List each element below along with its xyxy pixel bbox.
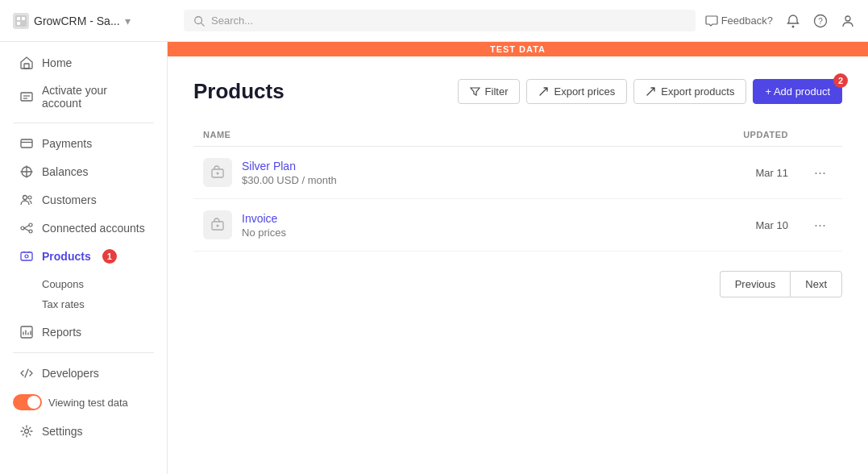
filter-button[interactable]: Filter bbox=[458, 79, 521, 104]
sidebar-item-customers-label: Customers bbox=[42, 193, 97, 206]
sidebar-item-customers[interactable]: Customers bbox=[6, 186, 160, 214]
settings-icon bbox=[19, 424, 34, 439]
table-row: Silver Plan $30.00 USD / month Mar 11 ··… bbox=[193, 147, 842, 199]
page-title: Products bbox=[193, 79, 284, 104]
sidebar-divider-1 bbox=[13, 123, 154, 123]
svg-point-19 bbox=[21, 227, 24, 230]
svg-rect-11 bbox=[21, 93, 32, 101]
sidebar-item-products[interactable]: Products 1 bbox=[6, 243, 160, 270]
sidebar-item-payments[interactable]: Payments bbox=[6, 130, 160, 157]
product-cell: Invoice No prices bbox=[193, 199, 619, 252]
product-cell: Silver Plan $30.00 USD / month bbox=[193, 147, 619, 199]
svg-line-22 bbox=[24, 226, 29, 229]
sidebar-item-balances[interactable]: Balances bbox=[6, 158, 160, 185]
product-actions: ··· bbox=[798, 199, 842, 252]
sidebar-divider-2 bbox=[13, 352, 154, 353]
add-product-badge: 2 bbox=[833, 73, 848, 88]
topbar-actions: Feedback? ? bbox=[705, 14, 855, 28]
svg-rect-3 bbox=[17, 22, 20, 25]
sidebar-item-connected-label: Connected accounts bbox=[42, 222, 145, 235]
app-name: GrowCRM - Sa... bbox=[34, 15, 120, 27]
svg-point-17 bbox=[23, 196, 27, 200]
svg-rect-1 bbox=[17, 17, 20, 20]
svg-point-9 bbox=[845, 16, 850, 21]
previous-button[interactable]: Previous bbox=[720, 271, 791, 297]
feedback-link[interactable]: Feedback? bbox=[705, 15, 773, 27]
layout: Home Activate your account Payments Bala… bbox=[0, 42, 868, 474]
sidebar-item-developers-label: Developers bbox=[42, 367, 99, 380]
page-header: Products Filter Export prices Export pro… bbox=[193, 79, 842, 104]
user-icon[interactable] bbox=[841, 14, 855, 28]
sidebar-item-activate-label: Activate your account bbox=[42, 84, 147, 110]
export-products-button[interactable]: Export products bbox=[633, 79, 746, 104]
table-row: Invoice No prices Mar 10 ··· bbox=[193, 199, 842, 252]
activate-icon bbox=[19, 89, 34, 104]
content-area: Products Filter Export prices Export pro… bbox=[168, 56, 868, 474]
product-row: Invoice No prices bbox=[203, 210, 609, 239]
svg-point-34 bbox=[217, 173, 219, 175]
sidebar-item-settings-label: Settings bbox=[42, 425, 83, 438]
topbar: GrowCRM - Sa... ▾ Search... Feedback? ? bbox=[0, 0, 868, 42]
toggle-knob bbox=[27, 396, 40, 409]
product-updated: Mar 11 bbox=[619, 147, 798, 199]
svg-line-31 bbox=[25, 369, 28, 377]
sidebar-item-home-label: Home bbox=[42, 56, 72, 69]
product-updated: Mar 10 bbox=[619, 199, 798, 252]
svg-line-5 bbox=[201, 23, 205, 26]
next-button[interactable]: Next bbox=[790, 271, 842, 297]
search-bar[interactable]: Search... bbox=[184, 10, 696, 31]
sidebar-item-developers[interactable]: Developers bbox=[6, 360, 160, 387]
test-data-toggle[interactable] bbox=[13, 394, 42, 410]
sidebar-item-reports[interactable]: Reports bbox=[6, 318, 160, 346]
add-product-button[interactable]: + Add product 2 bbox=[753, 79, 842, 104]
product-more-button[interactable]: ··· bbox=[808, 214, 833, 237]
product-price: No prices bbox=[242, 227, 286, 239]
viewing-test-label: Viewing test data bbox=[48, 397, 128, 409]
svg-point-32 bbox=[25, 430, 29, 434]
svg-line-23 bbox=[24, 228, 29, 231]
search-icon bbox=[193, 15, 205, 27]
balances-icon bbox=[19, 164, 34, 179]
svg-point-20 bbox=[29, 223, 32, 227]
notifications-icon[interactable] bbox=[786, 14, 800, 28]
developers-icon bbox=[19, 366, 34, 380]
header-actions: Filter Export prices Export products + A… bbox=[458, 79, 842, 104]
product-name[interactable]: Invoice bbox=[242, 212, 286, 225]
test-data-banner: TEST DATA bbox=[168, 42, 868, 56]
sidebar-item-activate[interactable]: Activate your account bbox=[6, 77, 160, 116]
viewing-test-data[interactable]: Viewing test data bbox=[0, 388, 167, 417]
export-prices-icon bbox=[538, 86, 549, 97]
col-name: NAME bbox=[193, 123, 619, 147]
main-content: TEST DATA Products Filter Export prices bbox=[168, 42, 868, 474]
app-dropdown-icon[interactable]: ▾ bbox=[125, 15, 131, 27]
sidebar-item-home[interactable]: Home bbox=[6, 49, 160, 77]
export-products-icon bbox=[646, 86, 656, 97]
sidebar-item-coupons[interactable]: Coupons bbox=[35, 274, 167, 294]
product-price: $30.00 USD / month bbox=[242, 174, 337, 186]
payments-icon bbox=[19, 136, 34, 151]
help-icon[interactable]: ? bbox=[813, 14, 828, 28]
filter-icon bbox=[470, 86, 480, 97]
product-more-button[interactable]: ··· bbox=[808, 161, 833, 185]
sidebar-sub-products: Coupons Tax rates bbox=[0, 271, 167, 318]
product-info: Invoice No prices bbox=[242, 212, 286, 239]
search-placeholder: Search... bbox=[211, 15, 253, 27]
app-logo[interactable]: GrowCRM - Sa... ▾ bbox=[13, 13, 174, 29]
svg-point-6 bbox=[792, 25, 795, 27]
connected-icon bbox=[19, 221, 34, 235]
svg-rect-10 bbox=[24, 64, 29, 69]
sidebar-item-connected[interactable]: Connected accounts bbox=[6, 214, 160, 242]
sidebar-item-tax-rates[interactable]: Tax rates bbox=[35, 294, 167, 314]
svg-point-25 bbox=[25, 255, 28, 258]
pagination: Previous Next bbox=[193, 271, 842, 297]
svg-rect-14 bbox=[21, 139, 32, 148]
product-name[interactable]: Silver Plan bbox=[242, 160, 337, 173]
product-icon bbox=[203, 210, 232, 239]
sidebar-item-settings[interactable]: Settings bbox=[6, 418, 160, 445]
products-badge: 1 bbox=[102, 249, 117, 264]
app-logo-icon bbox=[13, 13, 29, 29]
export-prices-button[interactable]: Export prices bbox=[526, 79, 627, 104]
customers-icon bbox=[19, 193, 34, 207]
svg-point-21 bbox=[29, 230, 32, 233]
svg-text:?: ? bbox=[818, 17, 823, 26]
